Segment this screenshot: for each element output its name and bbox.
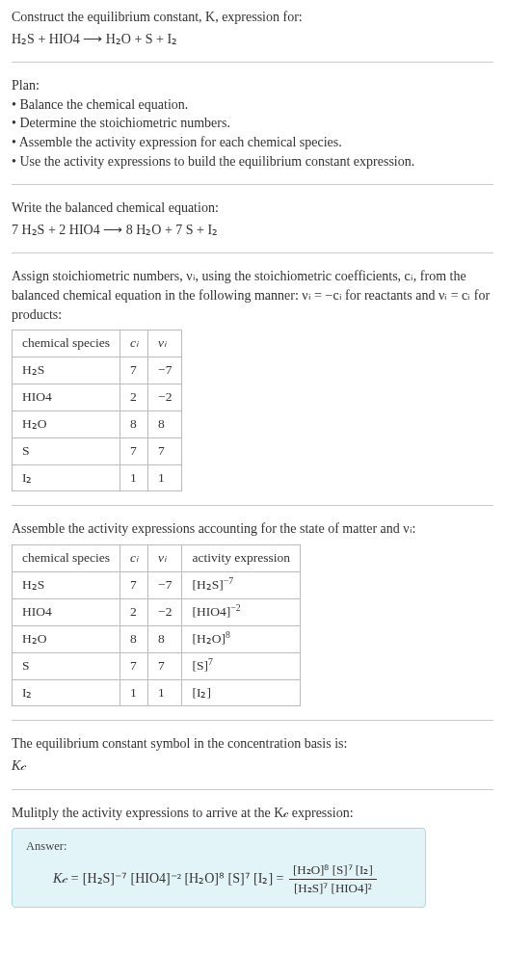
activity-cell: [H₂S]−7: [182, 571, 301, 598]
divider: [12, 252, 493, 253]
activity-cell: [I₂]: [182, 679, 301, 706]
plan-block: Plan: • Balance the chemical equation. •…: [12, 76, 493, 171]
table-row: H₂S 7 −7: [13, 358, 182, 384]
fraction: [H₂O]⁸ [S]⁷ [I₂] [H₂S]⁷ [HIO4]²: [289, 861, 377, 897]
vi-label: νᵢ: [158, 335, 166, 350]
species-cell: H₂S: [13, 571, 120, 598]
v-cell: −7: [148, 571, 182, 598]
col-header: νᵢ: [148, 545, 182, 572]
activity-cell: [H₂O]8: [182, 625, 301, 652]
v-cell: 1: [148, 464, 182, 491]
plan-heading: Plan:: [12, 76, 493, 95]
intro-equation: H₂S + HIO4 ⟶ H₂O + S + I₂: [12, 30, 493, 49]
species-cell: S: [13, 437, 120, 464]
col-header: chemical species: [13, 545, 120, 572]
answer-box: Answer: K𝒸 = [H₂S]⁻⁷ [HIO4]⁻² [H₂O]⁸ [S]…: [12, 828, 426, 908]
activity-cell: [HIO4]−2: [182, 598, 301, 625]
v-cell: 1: [148, 679, 182, 706]
divider: [12, 505, 493, 506]
activity-table: chemical species cᵢ νᵢ activity expressi…: [12, 544, 301, 706]
stoich-text: Assign stoichiometric numbers, νᵢ, using…: [12, 267, 493, 324]
divider: [12, 184, 493, 185]
ci-label: cᵢ: [130, 550, 138, 565]
symbol-block: The equilibrium constant symbol in the c…: [12, 734, 493, 775]
v-cell: −2: [148, 598, 182, 625]
col-header: chemical species: [13, 331, 120, 358]
table-header-row: chemical species cᵢ νᵢ: [13, 331, 182, 358]
species-cell: HIO4: [13, 598, 120, 625]
stoich-block: Assign stoichiometric numbers, νᵢ, using…: [12, 267, 493, 491]
fraction-denominator: [H₂S]⁷ [HIO4]²: [289, 880, 377, 897]
species-cell: H₂S: [13, 358, 120, 384]
c-cell: 2: [120, 384, 148, 411]
c-cell: 7: [120, 358, 148, 384]
table-row: I₂ 1 1: [13, 464, 182, 491]
symbol-kc: K𝒸: [12, 756, 493, 776]
divider: [12, 789, 493, 790]
intro-line1: Construct the equilibrium constant, K, e…: [12, 8, 493, 27]
species-cell: S: [13, 652, 120, 679]
v-cell: −7: [148, 358, 182, 384]
col-header: νᵢ: [148, 331, 182, 358]
c-cell: 7: [120, 437, 148, 464]
multiply-block: Mulitply the activity expressions to arr…: [12, 804, 493, 908]
act-base: [S]: [192, 658, 208, 673]
act-exp: 7: [208, 655, 213, 666]
species-cell: HIO4: [13, 384, 120, 411]
symbol-text: The equilibrium constant symbol in the c…: [12, 734, 493, 754]
v-cell: 8: [148, 411, 182, 437]
species-cell: I₂: [13, 464, 120, 491]
fraction-numerator: [H₂O]⁸ [S]⁷ [I₂]: [289, 861, 377, 880]
c-cell: 2: [120, 598, 148, 625]
species-cell: H₂O: [13, 411, 120, 437]
table-row: H₂S 7 −7 [H₂S]−7: [13, 571, 301, 598]
act-exp: −2: [230, 601, 240, 612]
species-cell: I₂: [13, 679, 120, 706]
table-row: S 7 7: [13, 437, 182, 464]
table-row: HIO4 2 −2 [HIO4]−2: [13, 598, 301, 625]
c-cell: 7: [120, 571, 148, 598]
act-exp: −7: [224, 574, 233, 585]
answer-equation: K𝒸 = [H₂S]⁻⁷ [HIO4]⁻² [H₂O]⁸ [S]⁷ [I₂] =…: [26, 861, 412, 897]
plan-bullet: • Assemble the activity expression for e…: [12, 133, 493, 152]
activity-cell: [S]7: [182, 652, 301, 679]
stoich-table: chemical species cᵢ νᵢ H₂S 7 −7 HIO4 2 −…: [12, 330, 182, 491]
table-header-row: chemical species cᵢ νᵢ activity expressi…: [13, 545, 301, 572]
v-cell: −2: [148, 384, 182, 411]
table-row: S 7 7 [S]7: [13, 652, 301, 679]
divider: [12, 62, 493, 63]
col-header: cᵢ: [120, 545, 148, 572]
c-cell: 8: [120, 625, 148, 652]
table-row: H₂O 8 8 [H₂O]8: [13, 625, 301, 652]
c-cell: 8: [120, 411, 148, 437]
plan-bullet: • Use the activity expressions to build …: [12, 152, 493, 172]
activity-text: Assemble the activity expressions accoun…: [12, 519, 493, 539]
kc-italic: K𝒸: [12, 758, 25, 773]
product-expression: [H₂S]⁻⁷ [HIO4]⁻² [H₂O]⁸ [S]⁷ [I₂] =: [83, 871, 287, 886]
table-row: HIO4 2 −2: [13, 384, 182, 411]
table-row: H₂O 8 8: [13, 411, 182, 437]
v-cell: 8: [148, 625, 182, 652]
plan-bullet: • Balance the chemical equation.: [12, 95, 493, 115]
species-cell: H₂O: [13, 625, 120, 652]
act-base: [H₂O]: [192, 631, 226, 646]
act-base: [HIO4]: [192, 604, 230, 619]
multiply-text: Mulitply the activity expressions to arr…: [12, 804, 493, 823]
activity-block: Assemble the activity expressions accoun…: [12, 519, 493, 706]
vi-label: νᵢ: [158, 550, 166, 565]
ci-label: cᵢ: [130, 335, 138, 350]
act-base: [H₂S]: [192, 577, 223, 592]
c-cell: 7: [120, 652, 148, 679]
act-exp: 8: [226, 628, 230, 639]
table-row: I₂ 1 1 [I₂]: [13, 679, 301, 706]
answer-label: Answer:: [26, 838, 412, 856]
col-header: activity expression: [182, 545, 301, 572]
act-base: [I₂]: [192, 685, 211, 700]
balanced-equation: 7 H₂S + 2 HIO4 ⟶ 8 H₂O + 7 S + I₂: [12, 221, 493, 240]
c-cell: 1: [120, 679, 148, 706]
v-cell: 7: [148, 437, 182, 464]
intro-block: Construct the equilibrium constant, K, e…: [12, 8, 493, 48]
v-cell: 7: [148, 652, 182, 679]
col-header: cᵢ: [120, 331, 148, 358]
plan-bullet: • Determine the stoichiometric numbers.: [12, 114, 493, 133]
